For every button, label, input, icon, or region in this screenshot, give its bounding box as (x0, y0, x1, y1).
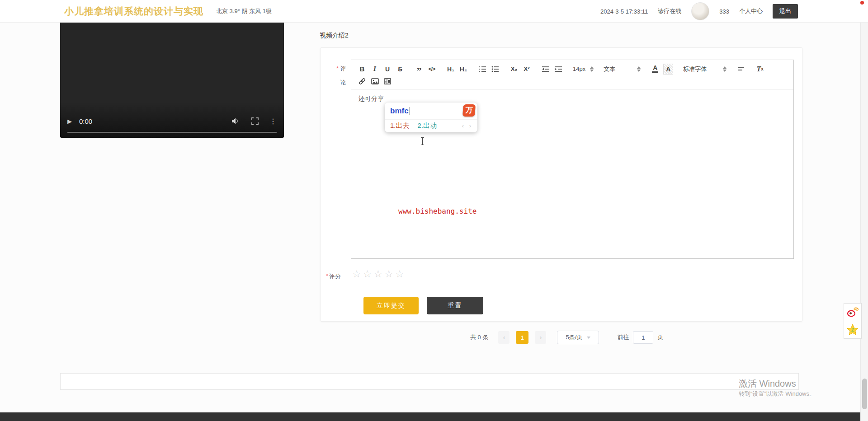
font-family-dropdown[interactable]: 标准字体 (683, 65, 726, 73)
video-controls: ▶ 0:00 ⋮ (60, 114, 284, 128)
site-title: 小儿推拿培训系统的设计与实现 (64, 5, 203, 18)
weibo-icon (847, 307, 859, 318)
font-size-dropdown[interactable]: 14px (573, 65, 594, 72)
recording-dot-icon (860, 1, 864, 5)
qzone-icon: Z (847, 324, 859, 336)
subscript-button[interactable]: X₂ (509, 64, 519, 75)
unordered-list-icon[interactable] (491, 64, 500, 75)
star-icon[interactable]: ☆ (373, 268, 382, 280)
prev-page-button[interactable]: ‹ (498, 331, 509, 344)
pagination: 共 0 条 ‹ 1 › 5条/页 前往 页 (470, 331, 663, 344)
share-widget: Z (844, 304, 862, 339)
goto-page-input[interactable] (633, 331, 653, 344)
windows-activation-watermark: 激活 Windows (739, 378, 796, 390)
video-intro-title: 视频介绍2 (320, 32, 349, 40)
bold-button[interactable]: B (358, 64, 367, 75)
background-color-button[interactable]: A (663, 64, 673, 75)
code-button[interactable]: </> (427, 64, 436, 75)
current-page-button[interactable]: 1 (516, 331, 528, 344)
editor-toolbar: B I U S ” </> H₁ H₂ X₂ X² (351, 60, 793, 89)
username-text: 333 (719, 8, 729, 15)
top-header: 小儿推拿培训系统的设计与实现 北京 3.9° 阴 东风 1级 2024-3-5 … (0, 0, 868, 23)
svg-text:Z: Z (851, 327, 854, 332)
page-unit-label: 页 (657, 333, 663, 341)
video-upload-icon[interactable] (383, 76, 392, 87)
reset-button[interactable]: 重置 (427, 297, 483, 314)
required-mark: * (326, 272, 328, 279)
image-icon[interactable] (370, 76, 379, 87)
page-size-select[interactable]: 5条/页 (557, 331, 599, 344)
ime-candidate-2[interactable]: 2.出动 (418, 122, 437, 130)
ime-brand-icon[interactable]: 万 (462, 104, 476, 117)
datetime-text: 2024-3-5 17:33:11 (600, 8, 648, 15)
ime-caret (410, 107, 410, 115)
heading1-button[interactable]: H₁ (446, 64, 455, 75)
star-icon[interactable]: ☆ (395, 268, 404, 280)
ime-composition-text: bmfc (390, 107, 409, 116)
video-time: 0:00 (79, 117, 92, 125)
video-progress-bar[interactable] (67, 132, 277, 133)
volume-icon[interactable] (231, 117, 240, 125)
qzone-share-button[interactable]: Z (844, 321, 862, 339)
personal-center-link[interactable]: 个人中心 (739, 7, 763, 15)
paragraph-format-dropdown[interactable]: 文本 (604, 65, 641, 73)
link-icon[interactable] (358, 76, 367, 87)
superscript-button[interactable]: X² (522, 64, 531, 75)
star-rating: ☆ ☆ ☆ ☆ ☆ (352, 268, 404, 280)
fullscreen-icon[interactable] (251, 117, 259, 125)
required-mark: * (336, 65, 339, 72)
blockquote-button[interactable]: ” (415, 64, 424, 75)
windows-activation-hint: 转到“设置”以激活 Windows。 (739, 390, 815, 398)
bottom-footer-bar (0, 412, 868, 421)
comment-label-text: 评论 (340, 61, 347, 89)
rating-field-label: *评分 (326, 272, 341, 281)
italic-button[interactable]: I (370, 64, 379, 75)
ime-candidate-popup: bmfc 万 1.出去 2.出动 ‹ › (385, 103, 477, 132)
rich-text-editor: B I U S ” </> H₁ H₂ X₂ X² (351, 60, 794, 259)
chevron-down-icon (587, 337, 590, 339)
footer-panel (60, 373, 799, 390)
ime-page-arrows[interactable]: ‹ › (462, 122, 473, 129)
comment-form-card: *评论 B I U S ” </> H₁ H₂ X₂ X² (320, 47, 802, 322)
editor-text: 还可分享 (359, 95, 786, 103)
align-icon[interactable] (736, 64, 745, 75)
goto-label: 前往 (617, 333, 629, 341)
color-bar-icon (652, 71, 658, 73)
stepper-arrows-icon (723, 66, 726, 72)
next-page-button[interactable]: › (535, 331, 546, 344)
video-player[interactable]: ▶ 0:00 ⋮ (60, 20, 284, 138)
submit-button[interactable]: 立即提交 (363, 297, 419, 314)
star-icon[interactable]: ☆ (363, 268, 372, 280)
user-avatar[interactable] (691, 2, 709, 20)
scrollbar-thumb[interactable] (862, 379, 867, 409)
page-scrollbar[interactable] (860, 0, 868, 421)
heading2-button[interactable]: H₂ (459, 64, 468, 75)
text-cursor-icon (420, 137, 425, 145)
clear-format-button[interactable]: Tx (755, 64, 764, 75)
site-watermark-text: www.bishebang.site (398, 207, 476, 215)
logout-button[interactable]: 退出 (773, 4, 798, 19)
outdent-icon[interactable] (541, 64, 550, 75)
video-menu-icon[interactable]: ⋮ (269, 117, 277, 126)
ordered-list-icon[interactable] (478, 64, 487, 75)
weather-info: 北京 3.9° 阴 东风 1级 (216, 7, 272, 15)
font-color-button[interactable]: A (651, 64, 660, 75)
stepper-arrows-icon (637, 66, 641, 72)
stepper-arrows-icon (590, 66, 594, 72)
strikethrough-button[interactable]: S (396, 64, 405, 75)
star-icon[interactable]: ☆ (384, 268, 393, 280)
play-icon[interactable]: ▶ (67, 118, 72, 125)
indent-icon[interactable] (554, 64, 563, 75)
comment-field-label: *评论 (331, 61, 347, 90)
star-icon[interactable]: ☆ (352, 268, 361, 280)
underline-button[interactable]: U (383, 64, 392, 75)
weibo-share-button[interactable] (844, 303, 862, 321)
total-count-text: 共 0 条 (470, 333, 488, 341)
online-consult-link[interactable]: 诊疗在线 (658, 7, 681, 15)
ime-candidate-1[interactable]: 1.出去 (390, 122, 410, 130)
